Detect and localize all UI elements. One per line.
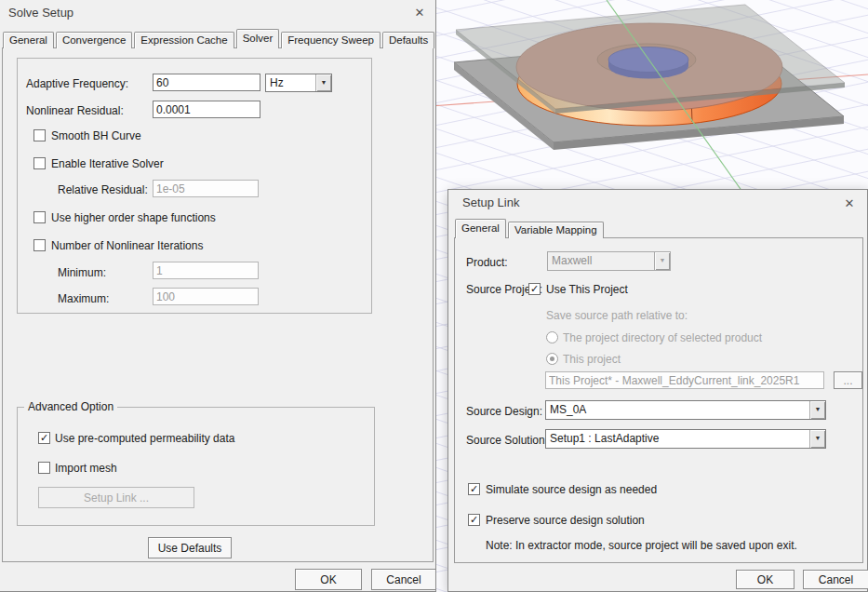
source-design-select[interactable]: MS_0A ▼	[545, 400, 826, 420]
source-design-value: MS_0A	[546, 401, 809, 419]
relative-residual-input	[153, 180, 259, 197]
setup-link-titlebar[interactable]: Setup Link ✕	[448, 190, 867, 216]
nonlinear-iterations-label: Number of Nonlinear Iterations	[51, 239, 203, 252]
tab-frequency-sweep[interactable]: Frequency Sweep	[281, 32, 381, 48]
source-solution-select[interactable]: Setup1 : LastAdaptive ▼	[545, 429, 826, 449]
tab-expression-cache[interactable]: Expression Cache	[134, 32, 234, 48]
solve-setup-titlebar[interactable]: Solve Setup ✕	[0, 0, 435, 26]
dialog-title: Setup Link	[462, 195, 519, 209]
maximum-label: Maximum:	[58, 292, 109, 305]
higher-order-checkbox[interactable]	[33, 211, 46, 223]
tab-general[interactable]: General	[455, 219, 506, 238]
setup-link-button: Setup Link ...	[38, 487, 194, 508]
nonlinear-residual-input[interactable]	[153, 101, 260, 118]
enable-iterative-checkbox[interactable]	[33, 157, 46, 169]
relative-residual-label: Relative Residual:	[58, 183, 148, 196]
advanced-option-group: Advanced Option ✓ Use pre-computed perme…	[17, 407, 375, 526]
browse-button[interactable]: ...	[834, 371, 862, 389]
project-directory-label: The project directory of selected produc…	[563, 331, 762, 344]
simulate-source-label: Simulate source design as needed	[486, 483, 657, 496]
simulate-source-checkbox[interactable]: ✓	[468, 483, 480, 495]
smooth-bh-checkbox[interactable]	[33, 129, 46, 141]
source-solution-label: Source Solution:	[466, 434, 548, 447]
project-directory-radio	[546, 331, 558, 343]
use-this-project-label: Use This Project	[546, 283, 628, 296]
project-path-field	[545, 371, 824, 389]
chevron-down-icon[interactable]: ▼	[315, 74, 331, 91]
preserve-solution-checkbox[interactable]: ✓	[468, 514, 480, 526]
minimum-input	[153, 262, 259, 279]
product-label: Product:	[466, 256, 508, 269]
product-value: Maxwell	[548, 252, 654, 270]
tab-defaults[interactable]: Defaults	[382, 32, 434, 48]
use-this-project-checkbox[interactable]: ✓	[528, 283, 541, 295]
enable-iterative-label: Enable Iterative Solver	[51, 157, 164, 170]
adaptive-frequency-label: Adaptive Frequency:	[26, 77, 128, 90]
this-project-radio	[546, 353, 558, 365]
cancel-button[interactable]: Cancel	[803, 570, 868, 589]
maximum-input	[153, 288, 259, 305]
smooth-bh-label: Smooth BH Curve	[51, 129, 141, 142]
radio-dot-icon	[550, 357, 554, 361]
preserve-solution-label: Preserve source design solution	[486, 514, 645, 527]
minimum-label: Minimum:	[58, 266, 106, 279]
setup-link-dialog: Setup Link ✕ General Variable Mapping Pr…	[447, 189, 868, 592]
precomputed-permeability-checkbox[interactable]: ✓	[38, 432, 50, 444]
tab-variable-mapping[interactable]: Variable Mapping	[508, 222, 604, 238]
setup-link-tabstrip: General Variable Mapping	[455, 219, 606, 238]
extractor-note: Note: In extractor mode, source project …	[486, 539, 797, 552]
frequency-unit-value: Hz	[266, 74, 315, 91]
adaptive-frequency-input[interactable]	[153, 74, 260, 91]
tab-solver[interactable]: Solver	[236, 29, 280, 48]
check-icon: ✓	[40, 432, 48, 443]
precomputed-permeability-label: Use pre-computed permeability data	[55, 432, 234, 445]
dialog-title: Solve Setup	[8, 6, 73, 20]
chevron-down-icon[interactable]: ▼	[809, 401, 825, 419]
source-design-label: Source Design:	[466, 405, 542, 418]
chevron-down-icon[interactable]: ▼	[809, 430, 825, 448]
nonlinear-iterations-checkbox[interactable]	[33, 239, 46, 251]
higher-order-label: Use higher order shape functions	[51, 211, 216, 224]
save-path-label: Save source path relative to:	[546, 309, 688, 322]
product-select: Maxwell ▼	[547, 251, 671, 271]
source-solution-value: Setup1 : LastAdaptive	[546, 430, 809, 448]
close-icon[interactable]: ✕	[409, 4, 430, 22]
check-icon: ✓	[530, 283, 539, 294]
import-mesh-checkbox[interactable]	[38, 462, 50, 474]
solve-setup-tabstrip: General Convergence Expression Cache Sol…	[3, 29, 436, 48]
ok-button[interactable]: OK	[295, 569, 362, 590]
nonlinear-residual-label: Nonlinear Residual:	[26, 104, 124, 117]
check-icon: ✓	[470, 483, 478, 494]
tab-convergence[interactable]: Convergence	[56, 32, 132, 48]
close-icon[interactable]: ✕	[839, 195, 860, 213]
frequency-unit-select[interactable]: Hz ▼	[265, 74, 332, 92]
cancel-button[interactable]: Cancel	[371, 569, 436, 590]
ok-button[interactable]: OK	[736, 570, 795, 589]
solve-setup-dialog: Solve Setup ✕ General Convergence Expres…	[0, 0, 436, 592]
import-mesh-label: Import mesh	[55, 462, 117, 475]
check-icon: ✓	[470, 514, 478, 525]
advanced-option-legend: Advanced Option	[24, 400, 117, 413]
chevron-down-icon: ▼	[654, 252, 670, 270]
this-project-label: This project	[563, 353, 621, 366]
tab-general[interactable]: General	[3, 32, 54, 48]
use-defaults-button[interactable]: Use Defaults	[148, 537, 232, 558]
